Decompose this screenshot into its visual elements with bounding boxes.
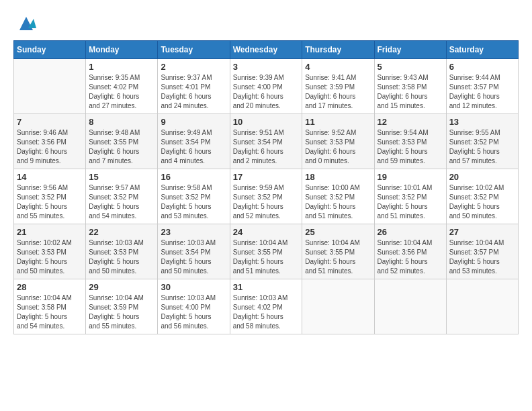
day-info: Sunrise: 9:49 AM Sunset: 3:54 PM Dayligh… (161, 128, 226, 166)
day-number: 31 (233, 282, 300, 292)
calendar-day-cell: 8Sunrise: 9:48 AM Sunset: 3:55 PM Daylig… (86, 114, 158, 169)
day-info: Sunrise: 9:46 AM Sunset: 3:56 PM Dayligh… (17, 128, 83, 166)
calendar-day-cell: 29Sunrise: 10:04 AM Sunset: 3:59 PM Dayl… (86, 279, 158, 334)
day-info: Sunrise: 10:04 AM Sunset: 3:56 PM Daylig… (378, 238, 443, 276)
day-of-week-header: Tuesday (158, 41, 230, 59)
day-info: Sunrise: 9:41 AM Sunset: 3:59 PM Dayligh… (305, 73, 371, 111)
calendar-week-row: 1Sunrise: 9:35 AM Sunset: 4:02 PM Daylig… (14, 59, 519, 114)
day-number: 2 (161, 62, 226, 72)
day-info: Sunrise: 9:52 AM Sunset: 3:53 PM Dayligh… (305, 128, 371, 166)
calendar-week-row: 14Sunrise: 9:56 AM Sunset: 3:52 PM Dayli… (14, 169, 519, 224)
day-info: Sunrise: 10:00 AM Sunset: 3:52 PM Daylig… (305, 183, 371, 221)
day-info: Sunrise: 10:03 AM Sunset: 3:54 PM Daylig… (161, 238, 226, 276)
day-number: 3 (233, 62, 300, 72)
day-of-week-header: Wednesday (230, 41, 302, 59)
calendar-day-cell: 18Sunrise: 10:00 AM Sunset: 3:52 PM Dayl… (302, 169, 374, 224)
day-info: Sunrise: 9:51 AM Sunset: 3:54 PM Dayligh… (233, 128, 300, 166)
day-number: 23 (161, 227, 226, 237)
calendar-day-cell: 7Sunrise: 9:46 AM Sunset: 3:56 PM Daylig… (14, 114, 86, 169)
calendar-day-cell: 15Sunrise: 9:57 AM Sunset: 3:52 PM Dayli… (86, 169, 158, 224)
day-info: Sunrise: 10:03 AM Sunset: 3:53 PM Daylig… (89, 238, 154, 276)
day-info: Sunrise: 9:57 AM Sunset: 3:52 PM Dayligh… (89, 183, 154, 221)
day-number: 4 (305, 62, 371, 72)
calendar-day-cell: 24Sunrise: 10:04 AM Sunset: 3:55 PM Dayl… (230, 224, 302, 279)
calendar-day-cell: 2Sunrise: 9:37 AM Sunset: 4:01 PM Daylig… (158, 59, 230, 114)
logo (13, 13, 36, 34)
day-number: 24 (233, 227, 300, 237)
day-number: 20 (449, 172, 515, 182)
day-number: 14 (17, 172, 83, 182)
calendar-day-cell (14, 59, 86, 114)
calendar-day-cell: 9Sunrise: 9:49 AM Sunset: 3:54 PM Daylig… (158, 114, 230, 169)
calendar-day-cell (374, 279, 446, 334)
day-number: 6 (449, 62, 515, 72)
day-number: 29 (89, 282, 154, 292)
day-number: 28 (17, 282, 83, 292)
calendar-day-cell: 23Sunrise: 10:03 AM Sunset: 3:54 PM Dayl… (158, 224, 230, 279)
calendar-day-cell: 14Sunrise: 9:56 AM Sunset: 3:52 PM Dayli… (14, 169, 86, 224)
calendar-day-cell: 12Sunrise: 9:54 AM Sunset: 3:53 PM Dayli… (374, 114, 446, 169)
day-of-week-header: Monday (86, 41, 158, 59)
calendar-day-cell: 11Sunrise: 9:52 AM Sunset: 3:53 PM Dayli… (302, 114, 374, 169)
day-number: 15 (89, 172, 154, 182)
day-number: 8 (89, 117, 154, 127)
day-info: Sunrise: 10:04 AM Sunset: 3:59 PM Daylig… (89, 293, 154, 331)
calendar-day-cell: 25Sunrise: 10:04 AM Sunset: 3:55 PM Dayl… (302, 224, 374, 279)
day-info: Sunrise: 10:03 AM Sunset: 4:02 PM Daylig… (233, 293, 300, 331)
day-info: Sunrise: 10:04 AM Sunset: 3:58 PM Daylig… (17, 293, 83, 331)
day-number: 12 (378, 117, 443, 127)
day-number: 17 (233, 172, 300, 182)
calendar-week-row: 28Sunrise: 10:04 AM Sunset: 3:58 PM Dayl… (14, 279, 519, 334)
day-info: Sunrise: 9:44 AM Sunset: 3:57 PM Dayligh… (449, 73, 515, 111)
day-of-week-header: Friday (374, 41, 446, 59)
day-info: Sunrise: 10:02 AM Sunset: 3:53 PM Daylig… (17, 238, 83, 276)
day-number: 22 (89, 227, 154, 237)
calendar-day-cell (302, 279, 374, 334)
calendar-day-cell: 10Sunrise: 9:51 AM Sunset: 3:54 PM Dayli… (230, 114, 302, 169)
day-number: 26 (378, 227, 443, 237)
day-info: Sunrise: 9:59 AM Sunset: 3:52 PM Dayligh… (233, 183, 300, 221)
calendar-day-cell: 16Sunrise: 9:58 AM Sunset: 3:52 PM Dayli… (158, 169, 230, 224)
day-number: 16 (161, 172, 226, 182)
calendar-day-cell: 21Sunrise: 10:02 AM Sunset: 3:53 PM Dayl… (14, 224, 86, 279)
calendar-day-cell: 31Sunrise: 10:03 AM Sunset: 4:02 PM Dayl… (230, 279, 302, 334)
day-info: Sunrise: 9:39 AM Sunset: 4:00 PM Dayligh… (233, 73, 300, 111)
calendar-table: SundayMondayTuesdayWednesdayThursdayFrid… (13, 40, 519, 334)
calendar-day-cell: 27Sunrise: 10:04 AM Sunset: 3:57 PM Dayl… (446, 224, 518, 279)
calendar-day-cell: 20Sunrise: 10:02 AM Sunset: 3:52 PM Dayl… (446, 169, 518, 224)
day-number: 5 (378, 62, 443, 72)
day-number: 18 (305, 172, 371, 182)
calendar-day-cell: 5Sunrise: 9:43 AM Sunset: 3:58 PM Daylig… (374, 59, 446, 114)
calendar-day-cell: 26Sunrise: 10:04 AM Sunset: 3:56 PM Dayl… (374, 224, 446, 279)
calendar-day-cell: 22Sunrise: 10:03 AM Sunset: 3:53 PM Dayl… (86, 224, 158, 279)
day-info: Sunrise: 9:37 AM Sunset: 4:01 PM Dayligh… (161, 73, 226, 111)
calendar-day-cell: 3Sunrise: 9:39 AM Sunset: 4:00 PM Daylig… (230, 59, 302, 114)
calendar-day-cell: 1Sunrise: 9:35 AM Sunset: 4:02 PM Daylig… (86, 59, 158, 114)
day-of-week-header: Sunday (14, 41, 86, 59)
calendar-day-cell: 13Sunrise: 9:55 AM Sunset: 3:52 PM Dayli… (446, 114, 518, 169)
day-number: 10 (233, 117, 300, 127)
day-info: Sunrise: 9:43 AM Sunset: 3:58 PM Dayligh… (378, 73, 443, 111)
day-number: 30 (161, 282, 226, 292)
day-number: 19 (378, 172, 443, 182)
day-info: Sunrise: 9:56 AM Sunset: 3:52 PM Dayligh… (17, 183, 83, 221)
day-number: 13 (449, 117, 515, 127)
calendar-day-cell: 28Sunrise: 10:04 AM Sunset: 3:58 PM Dayl… (14, 279, 86, 334)
day-of-week-header: Thursday (302, 41, 374, 59)
day-number: 11 (305, 117, 371, 127)
day-info: Sunrise: 10:03 AM Sunset: 4:00 PM Daylig… (161, 293, 226, 331)
day-number: 25 (305, 227, 371, 237)
day-number: 7 (17, 117, 83, 127)
day-info: Sunrise: 10:01 AM Sunset: 3:52 PM Daylig… (378, 183, 443, 221)
day-number: 21 (17, 227, 83, 237)
calendar-day-cell: 4Sunrise: 9:41 AM Sunset: 3:59 PM Daylig… (302, 59, 374, 114)
page-header (13, 13, 519, 34)
day-number: 9 (161, 117, 226, 127)
day-info: Sunrise: 9:54 AM Sunset: 3:53 PM Dayligh… (378, 128, 443, 166)
day-info: Sunrise: 9:48 AM Sunset: 3:55 PM Dayligh… (89, 128, 154, 166)
calendar-header-row: SundayMondayTuesdayWednesdayThursdayFrid… (14, 41, 519, 59)
day-info: Sunrise: 10:04 AM Sunset: 3:55 PM Daylig… (233, 238, 300, 276)
day-info: Sunrise: 10:04 AM Sunset: 3:57 PM Daylig… (449, 238, 515, 276)
day-info: Sunrise: 10:02 AM Sunset: 3:52 PM Daylig… (449, 183, 515, 221)
day-number: 27 (449, 227, 515, 237)
